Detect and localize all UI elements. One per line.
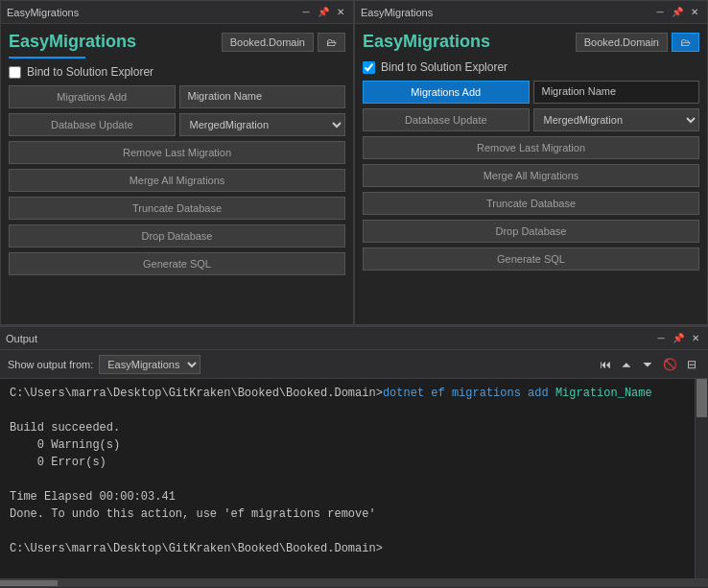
- right-panel-logo: EasyMigrations: [363, 32, 490, 52]
- output-scrollbar-thumb[interactable]: [696, 379, 707, 417]
- right-merge-all-button[interactable]: Merge All Migrations: [363, 164, 699, 187]
- output-hscroll-track: [0, 579, 708, 587]
- output-titlebar: Output ─ 📌 ✕: [0, 327, 708, 350]
- right-panel-close-icon[interactable]: ✕: [688, 6, 701, 19]
- right-migration-name-label: Migration Name: [533, 81, 700, 104]
- output-pin2-icon[interactable]: 📌: [672, 332, 685, 345]
- right-panel-pin2-icon[interactable]: 📌: [671, 6, 684, 19]
- left-database-update-button[interactable]: Database Update: [9, 113, 176, 136]
- right-panel-pin-icon[interactable]: ─: [653, 6, 667, 19]
- right-domain-display: Booked.Domain: [576, 33, 668, 52]
- output-source-select[interactable]: EasyMigrations: [99, 355, 201, 374]
- right-panel-header: EasyMigrations Booked.Domain 🗁: [363, 32, 699, 52]
- left-panel-header: EasyMigrations Booked.Domain 🗁: [9, 32, 345, 52]
- right-second-row: Database Update MergedMigration: [363, 108, 699, 131]
- output-hscroll-thumb[interactable]: [0, 580, 58, 586]
- output-line-3: 0 Warning(s): [10, 436, 685, 454]
- output-line-5: [10, 471, 685, 488]
- right-panel-content: EasyMigrations Booked.Domain 🗁 Bind to S…: [355, 24, 707, 324]
- left-merged-migration-select[interactable]: MergedMigration: [179, 113, 346, 136]
- left-panel-logo: EasyMigrations: [9, 32, 136, 52]
- output-clear-icon[interactable]: ⊟: [683, 356, 700, 373]
- right-folder-icon: 🗁: [680, 36, 691, 48]
- left-drop-button[interactable]: Drop Database: [9, 224, 345, 247]
- left-merge-all-button[interactable]: Merge All Migrations: [9, 169, 345, 192]
- right-panel: EasyMigrations ─ 📌 ✕ EasyMigrations Book…: [354, 0, 708, 325]
- left-panel: EasyMigrations ─ 📌 ✕ EasyMigrations Book…: [0, 0, 354, 325]
- top-panels-container: EasyMigrations ─ 📌 ✕ EasyMigrations Book…: [0, 0, 708, 326]
- output-line-1: [10, 402, 685, 419]
- left-panel-close-icon[interactable]: ✕: [334, 6, 347, 19]
- output-line-0: C:\Users\marra\Desktop\GitKraken\Booked\…: [10, 385, 685, 402]
- right-generate-sql-button[interactable]: Generate SQL: [363, 247, 699, 270]
- output-first-icon[interactable]: ⏮: [596, 356, 615, 373]
- output-line-4: 0 Error(s): [10, 454, 685, 471]
- left-migrations-add-button[interactable]: Migrations Add: [9, 85, 176, 108]
- output-body: C:\Users\marra\Desktop\GitKraken\Booked\…: [0, 379, 708, 578]
- right-bind-row: Bind to Solution Explorer: [363, 60, 699, 74]
- output-toolbar: Show output from: EasyMigrations ⏮ ⏶ ⏷ 🚫…: [0, 350, 708, 379]
- left-bind-row: Bind to Solution Explorer: [9, 65, 345, 79]
- output-line-9: C:\Users\marra\Desktop\GitKraken\Booked\…: [10, 540, 685, 557]
- output-down-icon[interactable]: ⏷: [638, 356, 657, 373]
- left-folder-button[interactable]: 🗁: [318, 33, 345, 52]
- output-up-icon[interactable]: ⏶: [617, 356, 636, 373]
- right-panel-title: EasyMigrations: [361, 7, 649, 18]
- right-drop-button[interactable]: Drop Database: [363, 220, 699, 243]
- output-panel: Output ─ 📌 ✕ Show output from: EasyMigra…: [0, 326, 708, 588]
- left-panel-titlebar: EasyMigrations ─ 📌 ✕: [1, 1, 353, 24]
- left-generate-sql-button[interactable]: Generate SQL: [9, 252, 345, 275]
- show-output-from-label: Show output from:: [8, 359, 93, 370]
- right-folder-button[interactable]: 🗁: [672, 33, 699, 52]
- output-vertical-scrollbar[interactable]: [695, 379, 708, 578]
- left-top-buttons: Migrations Add Migration Name: [9, 85, 345, 108]
- left-remove-last-button[interactable]: Remove Last Migration: [9, 141, 345, 164]
- left-second-row: Database Update MergedMigration: [9, 113, 345, 136]
- output-title: Output: [6, 333, 650, 344]
- left-panel-pin2-icon[interactable]: 📌: [317, 6, 330, 19]
- output-close-icon[interactable]: ✕: [689, 332, 702, 345]
- output-horizontal-scrollbar[interactable]: [0, 578, 708, 588]
- output-line-7: Done. To undo this action, use 'ef migra…: [10, 506, 685, 523]
- output-line-2: Build succeeded.: [10, 419, 685, 436]
- right-migrations-add-button[interactable]: Migrations Add: [363, 81, 530, 104]
- output-toolbar-icons: ⏮ ⏶ ⏷ 🚫 ⊟: [596, 356, 700, 373]
- left-panel-content: EasyMigrations Booked.Domain 🗁 Bind to S…: [1, 24, 353, 324]
- left-panel-title: EasyMigrations: [7, 7, 295, 18]
- right-top-buttons: Migrations Add Migration Name: [363, 81, 699, 104]
- output-line-6: Time Elapsed 00:00:03.41: [10, 488, 685, 506]
- left-truncate-button[interactable]: Truncate Database: [9, 197, 345, 220]
- output-stop-icon[interactable]: 🚫: [659, 356, 681, 373]
- right-bind-label: Bind to Solution Explorer: [381, 60, 507, 74]
- left-bind-checkbox[interactable]: [9, 66, 21, 79]
- right-remove-last-button[interactable]: Remove Last Migration: [363, 136, 699, 159]
- left-bind-label: Bind to Solution Explorer: [27, 65, 153, 79]
- right-panel-titlebar: EasyMigrations ─ 📌 ✕: [355, 1, 707, 24]
- left-migration-name-label: Migration Name: [179, 85, 346, 108]
- right-truncate-button[interactable]: Truncate Database: [363, 192, 699, 215]
- output-content: C:\Users\marra\Desktop\GitKraken\Booked\…: [0, 379, 695, 578]
- left-panel-pin-icon[interactable]: ─: [299, 6, 313, 19]
- right-bind-checkbox[interactable]: [363, 61, 375, 74]
- left-accent-line: [9, 57, 85, 59]
- left-domain-display: Booked.Domain: [222, 33, 314, 52]
- output-line-8: [10, 523, 685, 540]
- left-folder-icon: 🗁: [326, 36, 337, 48]
- output-pin-icon[interactable]: ─: [654, 332, 668, 345]
- right-database-update-button[interactable]: Database Update: [363, 108, 530, 131]
- right-merged-migration-select[interactable]: MergedMigration: [533, 108, 700, 131]
